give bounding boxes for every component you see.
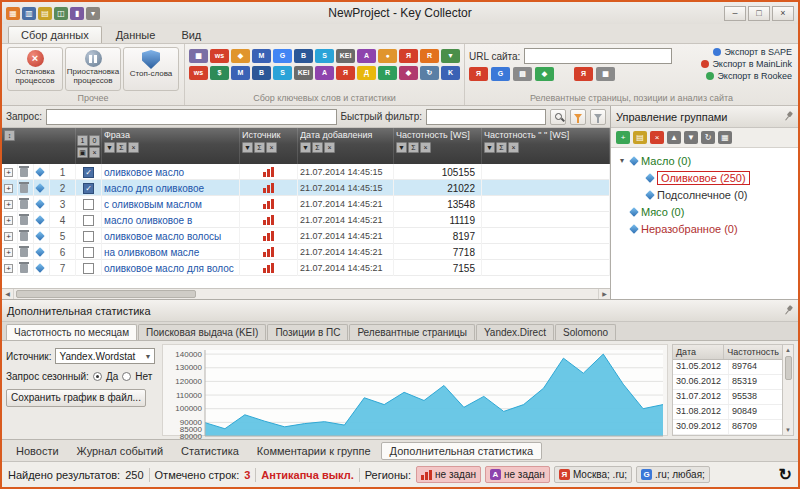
seasonal-no-radio[interactable] bbox=[122, 372, 131, 381]
trash-icon[interactable] bbox=[20, 232, 28, 241]
scroll-up-icon[interactable]: ▲ bbox=[785, 345, 791, 355]
invert-check-icon[interactable]: ▣ bbox=[77, 147, 88, 158]
region-chip[interactable]: ЯМосква; .ru; bbox=[554, 466, 632, 483]
phrase-cell[interactable]: оливковое масло для волос bbox=[102, 260, 240, 276]
table-row[interactable]: +5оливковое масло волосы21.07.2014 14:45… bbox=[2, 228, 610, 244]
check-positions-icon[interactable]: ◆ bbox=[535, 67, 554, 81]
table-row[interactable]: +1✓оливковое масло21.07.2014 14:45:15105… bbox=[2, 164, 610, 180]
query-input[interactable] bbox=[46, 109, 337, 125]
sum-icon[interactable]: Σ bbox=[312, 142, 323, 153]
gem-icon[interactable] bbox=[35, 183, 45, 193]
sum-icon[interactable]: Σ bbox=[116, 142, 127, 153]
sum-icon[interactable]: Σ bbox=[408, 142, 419, 153]
vertical-scrollbar[interactable]: ▲ ▼ bbox=[783, 344, 794, 436]
clear-check-icon[interactable]: × bbox=[89, 147, 100, 158]
table-row[interactable]: 30.06.201285319 bbox=[673, 375, 782, 390]
region-chip[interactable]: не задан bbox=[416, 466, 481, 483]
kei-icon[interactable]: KEI bbox=[336, 49, 355, 63]
row-checkbox[interactable]: ✓ bbox=[83, 183, 94, 194]
dock-tab[interactable]: Новости bbox=[8, 443, 67, 459]
social-stats-icon[interactable]: S bbox=[273, 66, 292, 80]
gem-icon[interactable] bbox=[35, 231, 45, 241]
table-row[interactable]: 31.07.201295538 bbox=[673, 390, 782, 405]
stats-tab[interactable]: Релевантные страницы bbox=[349, 324, 475, 340]
region-chip[interactable]: G.ru; любая; bbox=[636, 466, 710, 483]
table-row[interactable]: +3с оливковым маслом21.07.2014 14:45:211… bbox=[2, 196, 610, 212]
clear-filter-icon[interactable]: × bbox=[128, 142, 139, 153]
column-header-phrase[interactable]: Фраза ▼Σ× bbox=[102, 128, 240, 164]
kei-calc-icon[interactable]: KEI bbox=[294, 66, 313, 80]
expand-icon[interactable]: + bbox=[4, 248, 13, 257]
check-all-icon[interactable]: 1 bbox=[77, 135, 88, 146]
move-up-icon[interactable]: ▲ bbox=[667, 131, 681, 144]
dock-tab[interactable]: Дополнительная статистика bbox=[381, 442, 543, 460]
expand-icon[interactable]: + bbox=[4, 184, 13, 193]
suggest-icon[interactable]: ◆ bbox=[231, 49, 250, 63]
chart-icon[interactable]: ▮ bbox=[70, 7, 84, 20]
table-row[interactable]: 30.09.201286709 bbox=[673, 420, 782, 435]
stats-tab[interactable]: Частотность по месяцам bbox=[6, 324, 137, 340]
stats-tab[interactable]: Solomono bbox=[555, 324, 616, 340]
scroll-down-icon[interactable]: ▼ bbox=[785, 425, 791, 435]
tree-item[interactable]: Оливковое (250) bbox=[611, 169, 798, 186]
budget-icon[interactable]: $ bbox=[210, 66, 229, 80]
trash-icon[interactable] bbox=[20, 216, 28, 225]
open-project-icon[interactable]: ▤ bbox=[38, 7, 52, 20]
dock-tab[interactable]: Статистика bbox=[173, 443, 247, 459]
trash-icon[interactable] bbox=[20, 168, 28, 177]
yandex-icon[interactable]: Я bbox=[399, 49, 418, 63]
expand-icon[interactable]: + bbox=[4, 168, 13, 177]
ribbon-tab[interactable]: Сбор данных bbox=[8, 26, 102, 43]
expand-icon[interactable]: + bbox=[4, 264, 13, 273]
direct-icon[interactable]: Д bbox=[357, 66, 376, 80]
export-link[interactable]: Экспорт в MainLink bbox=[701, 59, 792, 69]
region-chip[interactable]: Aне задан bbox=[485, 466, 550, 483]
trash-icon[interactable] bbox=[20, 200, 28, 209]
scroll-right-icon[interactable]: ▶ bbox=[598, 289, 610, 299]
add-group-icon[interactable]: + bbox=[616, 131, 630, 144]
ribbon-button[interactable]: Приостановка процессов bbox=[65, 47, 121, 91]
tree-item[interactable]: Подсолнечное (0) bbox=[611, 186, 798, 203]
move-down-icon[interactable]: ▼ bbox=[684, 131, 698, 144]
tree-item[interactable]: ▾Масло (0) bbox=[611, 152, 798, 169]
column-header-frequency[interactable]: Частотность [WS] ▼Σ× bbox=[394, 128, 482, 164]
phrase-cell[interactable]: оливковое масло bbox=[102, 164, 240, 180]
tree-expander-icon[interactable]: ▾ bbox=[617, 156, 627, 165]
ribbon-button[interactable]: ×Остановка процессов bbox=[7, 47, 63, 91]
minimize-button[interactable]: – bbox=[724, 6, 746, 21]
adstat-icon[interactable]: A bbox=[357, 49, 376, 63]
list-icon[interactable]: ▤ bbox=[513, 67, 532, 81]
rambler-icon[interactable]: R bbox=[420, 49, 439, 63]
row-checkbox[interactable] bbox=[83, 247, 94, 258]
monitor-icon[interactable]: ◫ bbox=[54, 7, 68, 20]
filter-icon[interactable]: ▼ bbox=[300, 142, 311, 153]
column-header-frequency-quoted[interactable]: Частотность " " [WS] ▼Σ× bbox=[482, 128, 610, 164]
gem-icon[interactable] bbox=[35, 247, 45, 257]
column-header-source[interactable]: Источник ▼Σ× bbox=[240, 128, 298, 164]
refresh-groups-icon[interactable]: ↻ bbox=[701, 131, 715, 144]
phrase-cell[interactable]: масло для оливковое bbox=[102, 180, 240, 196]
filter-icon[interactable]: ▼ bbox=[242, 142, 253, 153]
metrics-icon[interactable]: ◆ bbox=[399, 66, 418, 80]
expand-icon[interactable]: + bbox=[4, 216, 13, 225]
pin-icon[interactable] bbox=[781, 303, 796, 318]
table-row[interactable]: 31.05.201289764 bbox=[673, 360, 782, 375]
google-icon[interactable]: G bbox=[273, 49, 292, 63]
wordstat-quotes-icon[interactable]: ws bbox=[189, 66, 208, 80]
yandex-position-icon[interactable]: Я bbox=[574, 67, 593, 81]
clear-filter-icon[interactable]: × bbox=[508, 142, 519, 153]
ribbon-tab[interactable]: Данные bbox=[104, 27, 168, 43]
sum-icon[interactable]: Σ bbox=[254, 142, 265, 153]
scroll-thumb[interactable] bbox=[16, 290, 196, 298]
gem-icon[interactable] bbox=[35, 167, 45, 177]
row-checkbox[interactable] bbox=[83, 231, 94, 242]
trash-icon[interactable] bbox=[20, 248, 28, 257]
phrase-cell[interactable]: на оливковом масле bbox=[102, 244, 240, 260]
mail-icon[interactable]: M bbox=[252, 49, 271, 63]
app-menu-icon[interactable]: ▦ bbox=[6, 7, 20, 20]
row-checkbox[interactable] bbox=[83, 263, 94, 274]
gem-icon[interactable] bbox=[35, 215, 45, 225]
update-icon[interactable]: ↻ bbox=[420, 66, 439, 80]
stats-tab[interactable]: Поисковая выдача (KEI) bbox=[138, 324, 266, 340]
dock-tab[interactable]: Комментарии к группе bbox=[249, 443, 379, 459]
